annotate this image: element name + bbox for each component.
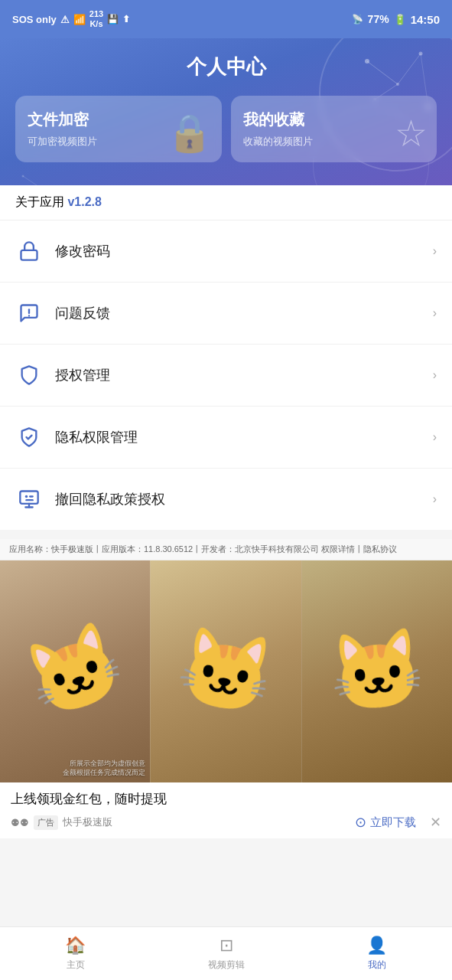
svg-rect-15: [20, 492, 37, 504]
network-icon: 📡: [352, 14, 363, 24]
chevron-icon-5: ›: [433, 492, 437, 506]
chevron-icon-2: ›: [433, 306, 437, 320]
nav-label-video-edit: 视频剪辑: [208, 959, 245, 972]
nav-item-home[interactable]: 🏠 主页: [0, 927, 151, 980]
ad-source-name: 快手极速版: [63, 815, 112, 829]
svg-line-11: [23, 176, 46, 185]
menu-label-change-password: 修改密码: [55, 242, 433, 260]
mine-icon: 👤: [366, 936, 387, 956]
ad-download-label: 立即下载: [370, 815, 416, 830]
menu-label-auth-manage: 授权管理: [55, 366, 433, 384]
menu-label-privacy-manage: 隐私权限管理: [55, 428, 433, 446]
page-title: 个人中心: [15, 54, 437, 80]
file-encrypt-card[interactable]: 文件加密 可加密视频图片 🔒: [15, 96, 222, 162]
svg-point-1: [396, 83, 399, 86]
about-section: 关于应用 v1.2.8: [0, 185, 452, 220]
lock-menu-icon: [15, 237, 43, 265]
svg-rect-12: [21, 250, 37, 260]
storage-icon: 💾: [107, 14, 119, 24]
menu-label-revoke-privacy: 撤回隐私政策授权: [55, 490, 433, 508]
home-icon: 🏠: [65, 936, 86, 956]
upload-icon: ⬆: [122, 14, 130, 24]
ad-source: ⚉⚉ 广告 快手极速版: [11, 815, 112, 830]
menu-label-feedback: 问题反馈: [55, 304, 433, 322]
menu-list: 修改密码 › 问题反馈 › 授权管理 ›: [0, 220, 452, 530]
ad-watermark: 所展示全部均为虚假创意金额根据任务完成情况而定: [63, 759, 145, 778]
ad-area: 应用名称：快手极速版丨应用版本：11.8.30.6512丨开发者：北京快手科技有…: [0, 539, 452, 838]
nav-item-mine[interactable]: 👤 我的: [301, 927, 452, 980]
warning-icon: ⚠: [60, 14, 70, 25]
ad-info-bar: 应用名称：快手极速版丨应用版本：11.8.30.6512丨开发者：北京快手科技有…: [0, 539, 452, 560]
status-right: 📡 77% 🔋 14:50: [352, 13, 440, 26]
sos-label: SOS only: [12, 14, 57, 25]
ad-grid-icon: ⚉⚉: [11, 817, 29, 828]
battery-level: 77%: [368, 13, 389, 25]
ad-panel-1: 所展示全部均为虚假创意金额根据任务完成情况而定: [0, 560, 150, 782]
hero-section: 个人中心 文件加密 可加密视频图片 🔒 我的收藏 收藏的视频图片 ☆: [0, 38, 452, 185]
ad-image-container: 所展示全部均为虚假创意金额根据任务完成情况而定: [0, 560, 452, 782]
ad-panel-3: [301, 560, 452, 782]
chevron-icon-4: ›: [433, 430, 437, 444]
menu-item-privacy-manage[interactable]: 隐私权限管理 ›: [0, 407, 452, 469]
feedback-menu-icon: [15, 299, 43, 327]
ad-bottom-bar: 上线领现金红包，随时提现 ⚉⚉ 广告 快手极速版 ⊙ 立即下载 ✕: [0, 782, 452, 838]
menu-item-revoke-privacy[interactable]: 撤回隐私政策授权 ›: [0, 469, 452, 530]
about-version: v1.2.8: [67, 195, 101, 208]
ad-download-button[interactable]: ⊙ 立即下载: [355, 814, 416, 831]
star-icon: ☆: [395, 112, 428, 155]
svg-point-10: [22, 175, 24, 178]
ad-action-row: ⚉⚉ 广告 快手极速版 ⊙ 立即下载 ✕: [11, 814, 441, 831]
nav-label-home: 主页: [67, 959, 85, 972]
ad-panel-2: [150, 560, 301, 782]
ad-title: 上线领现金红包，随时提现: [11, 790, 441, 808]
wifi-icon: 📶: [73, 14, 86, 25]
lock-icon: 🔒: [167, 112, 213, 155]
clock: 14:50: [411, 13, 440, 26]
privacy-menu-icon: [15, 423, 43, 451]
menu-item-auth-manage[interactable]: 授权管理 ›: [0, 345, 452, 407]
ad-label-badge: 广告: [34, 815, 58, 830]
menu-item-change-password[interactable]: 修改密码 ›: [0, 220, 452, 283]
status-left: SOS only ⚠ 📶 213K/s 💾 ⬆: [12, 9, 130, 29]
video-edit-icon: ⊡: [219, 936, 233, 956]
about-label: 关于应用: [15, 195, 64, 208]
my-collection-card[interactable]: 我的收藏 收藏的视频图片 ☆: [231, 96, 437, 162]
status-bar: SOS only ⚠ 📶 213K/s 💾 ⬆ 📡 77% 🔋 14:50: [0, 0, 452, 38]
ad-close-button[interactable]: ✕: [430, 814, 441, 831]
chevron-icon-3: ›: [433, 368, 437, 382]
speed-display: 213K/s: [89, 9, 103, 29]
feature-cards: 文件加密 可加密视频图片 🔒 我的收藏 收藏的视频图片 ☆: [15, 96, 437, 162]
download-circle-icon: ⊙: [355, 814, 366, 831]
auth-menu-icon: [15, 361, 43, 389]
bottom-nav: 🏠 主页 ⊡ 视频剪辑 👤 我的: [0, 926, 452, 980]
nav-label-mine: 我的: [368, 959, 386, 972]
revoke-menu-icon: [15, 485, 43, 513]
battery-icon: 🔋: [394, 14, 406, 25]
chevron-icon-1: ›: [433, 244, 437, 258]
menu-item-feedback[interactable]: 问题反馈 ›: [0, 283, 452, 345]
nav-item-video-edit[interactable]: ⊡ 视频剪辑: [151, 927, 301, 980]
